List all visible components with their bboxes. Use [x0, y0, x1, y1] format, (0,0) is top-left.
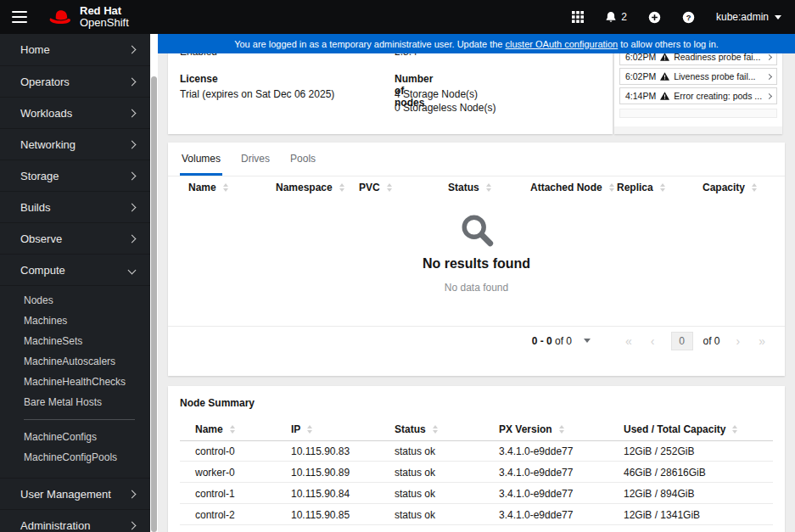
- sidebar-item-machinesets[interactable]: MachineSets: [0, 331, 150, 351]
- sidebar-item-label: Administration: [20, 519, 90, 532]
- sidebar-item-label: Builds: [20, 201, 50, 214]
- sidebar-item-workloads[interactable]: Workloads: [0, 97, 150, 128]
- column-label: Name: [188, 182, 216, 193]
- column-header-replica[interactable]: Replica: [617, 182, 665, 193]
- subnav-label: MachineConfigs: [24, 431, 97, 443]
- sidebar-item-machines[interactable]: Machines: [0, 311, 150, 331]
- alert-row[interactable]: 4:14PM Error creating: pods ...: [619, 87, 777, 104]
- column-header-ip[interactable]: IP: [291, 423, 312, 435]
- sidebar-item-machineconfigpools[interactable]: MachineConfigPools: [0, 447, 150, 468]
- sidebar-item-user-management[interactable]: User Management: [0, 478, 150, 509]
- column-label: PVC: [359, 182, 380, 193]
- sidebar-item-home[interactable]: Home: [0, 34, 150, 65]
- column-header-pvc[interactable]: PVC: [359, 182, 392, 193]
- cell-name: control-2: [195, 509, 235, 521]
- last-page-button[interactable]: »: [753, 334, 771, 348]
- scrollbar-thumb[interactable]: [151, 76, 157, 532]
- node-summary-title: Node Summary: [180, 397, 255, 409]
- sort-icon: [609, 183, 614, 192]
- column-label: PX Version: [499, 423, 552, 435]
- column-header-namespace[interactable]: Namespace: [276, 182, 344, 193]
- warning-triangle-icon: [660, 53, 669, 61]
- pagination-range: 0 - 0: [532, 335, 552, 347]
- chevron-right-icon: [128, 77, 137, 86]
- tab-drives[interactable]: Drives: [239, 153, 272, 176]
- redhat-openshift-logo[interactable]: Red Hat OpenShift: [48, 5, 129, 28]
- sidebar-item-machinehealthchecks[interactable]: MachineHealthChecks: [0, 372, 150, 392]
- alert-time: 6:02PM: [625, 71, 656, 81]
- sidebar-item-nodes[interactable]: Nodes: [0, 290, 150, 311]
- hamburger-menu-icon[interactable]: [12, 11, 27, 23]
- sidebar-item-storage[interactable]: Storage: [0, 160, 150, 191]
- column-label: Status: [395, 423, 426, 435]
- sidebar-item-observe[interactable]: Observe: [0, 222, 150, 254]
- sidebar-item-machineconfigs[interactable]: MachineConfigs: [0, 427, 150, 447]
- column-header-used-total-capacity[interactable]: Used / Total Capacity: [624, 423, 737, 435]
- column-header-status[interactable]: Status: [448, 182, 491, 193]
- cell-name: control-1: [195, 488, 235, 500]
- pagination: 0 - 0 of 0 « ‹ of 0 › »: [168, 326, 785, 355]
- banner-text-before: You are logged in as a temporary adminis…: [234, 39, 505, 49]
- chevron-right-icon: [128, 490, 137, 498]
- cell-px-version: 3.4.1.0-e9dde77: [499, 509, 573, 521]
- previous-page-button[interactable]: ‹: [645, 334, 661, 348]
- notifications-bell-icon[interactable]: 2: [605, 11, 627, 23]
- svg-text:?: ?: [686, 13, 691, 21]
- app-launcher-icon[interactable]: [572, 11, 584, 23]
- cell-capacity: 46GiB / 28616GiB: [624, 467, 706, 479]
- user-menu[interactable]: kube:admin: [716, 11, 781, 23]
- search-icon: [457, 210, 496, 249]
- first-page-button[interactable]: «: [619, 334, 638, 348]
- sidebar-item-label: Operators: [20, 76, 70, 88]
- tabs: Volumes Drives Pools: [168, 143, 785, 176]
- per-page-dropdown-icon[interactable]: [584, 339, 591, 343]
- column-header-px-version[interactable]: PX Version: [499, 423, 564, 435]
- chevron-right-icon: [128, 234, 137, 243]
- oauth-configuration-link[interactable]: cluster OAuth configuration: [506, 39, 619, 49]
- sidebar-item-networking[interactable]: Networking: [0, 128, 150, 160]
- sort-icon: [486, 183, 491, 192]
- next-page-button[interactable]: ›: [731, 334, 747, 348]
- sidebar-item-machineautoscalers[interactable]: MachineAutoscalers: [0, 351, 150, 372]
- pagination-range-of: of 0: [555, 335, 572, 347]
- column-label: Status: [448, 182, 479, 193]
- tab-pools[interactable]: Pools: [288, 153, 317, 176]
- sidebar-item-bare-metal-hosts[interactable]: Bare Metal Hosts: [0, 392, 150, 412]
- sort-icon: [752, 183, 757, 192]
- compute-subnav: Nodes Machines MachineSets MachineAutosc…: [0, 285, 150, 478]
- sidebar-item-compute[interactable]: Compute: [0, 254, 150, 285]
- sidebar-item-operators[interactable]: Operators: [0, 65, 150, 97]
- notification-count: 2: [621, 11, 627, 23]
- sidebar-item-label: Networking: [20, 138, 76, 151]
- help-icon[interactable]: ?: [682, 11, 695, 24]
- sort-icon: [732, 425, 737, 434]
- cell-name: control-0: [195, 445, 235, 457]
- add-plus-icon[interactable]: [648, 11, 661, 24]
- cell-status: status ok: [395, 488, 435, 500]
- storageless-nodes-count: 0 Storageless Node(s): [395, 102, 495, 114]
- login-notice-banner: You are logged in as a temporary adminis…: [158, 34, 795, 53]
- alert-row[interactable]: 6:02PM Liveness probe fail...: [619, 68, 777, 85]
- sidebar-item-label: Workloads: [20, 107, 72, 120]
- column-header-name[interactable]: Name: [195, 423, 235, 435]
- column-header-status[interactable]: Status: [395, 423, 438, 435]
- column-label: Name: [195, 423, 223, 435]
- sidebar-item-label: Compute: [20, 264, 65, 277]
- column-header-capacity[interactable]: Capacity: [703, 182, 757, 193]
- volumes-card: Volumes Drives Pools Name Namespace PVC …: [168, 143, 785, 376]
- chevron-right-icon: [766, 53, 772, 59]
- sidebar-scrollbar[interactable]: [150, 34, 158, 532]
- warning-triangle-icon: [660, 72, 669, 81]
- cell-ip: 10.115.90.85: [291, 509, 350, 521]
- tab-volumes[interactable]: Volumes: [180, 153, 222, 176]
- sort-icon: [307, 425, 312, 434]
- banner-text-after: to allow others to log in.: [618, 39, 719, 49]
- column-header-name[interactable]: Name: [188, 182, 228, 193]
- current-page-input[interactable]: [671, 332, 693, 350]
- sidebar-item-builds[interactable]: Builds: [0, 191, 150, 222]
- chevron-right-icon: [766, 92, 772, 98]
- column-header-attached-node[interactable]: Attached Node: [530, 182, 614, 193]
- sidebar-item-administration[interactable]: Administration: [0, 509, 150, 532]
- table-row: worker-0 10.115.90.89 status ok 3.4.1.0-…: [168, 462, 785, 483]
- column-label: Replica: [617, 182, 653, 193]
